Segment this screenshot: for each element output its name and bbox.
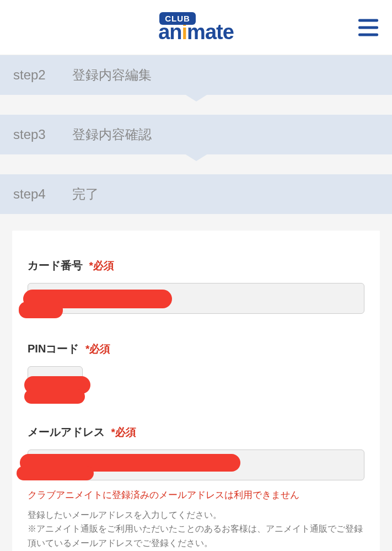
step-text: 登録内容編集 (72, 67, 152, 82)
card-number-group: カード番号 *必須 (28, 258, 364, 314)
logo[interactable]: CLUB animate (158, 12, 234, 42)
step-4: step4 完了 (0, 174, 392, 214)
input-wrap (28, 450, 364, 480)
step-arrow (0, 154, 392, 174)
email-help-text: 登録したいメールアドレスを入力してください。 ※アニメイト通販をご利用いただいた… (28, 508, 364, 550)
step-label: step3 (13, 127, 68, 142)
input-wrap (28, 283, 364, 314)
card-number-input[interactable] (28, 283, 364, 314)
header: CLUB animate (0, 0, 392, 55)
help-line: ※アニメイト通販をご利用いただいたことのあるお客様は、アニメイト通販でご登録頂い… (28, 524, 363, 548)
input-wrap (28, 366, 364, 397)
step-arrow (0, 95, 392, 115)
label-text: カード番号 (28, 259, 83, 271)
logo-club-badge: CLUB (159, 12, 196, 25)
step-3: step3 登録内容確認 (0, 115, 392, 154)
email-label: メールアドレス *必須 (28, 425, 364, 440)
required-mark: *必須 (89, 260, 114, 271)
card-number-label: カード番号 *必須 (28, 258, 364, 273)
required-mark: *必須 (111, 426, 136, 438)
required-mark: *必須 (85, 343, 110, 355)
step-text: 登録内容確認 (72, 127, 152, 142)
pin-code-group: PINコード *必須 (28, 341, 364, 397)
help-line: 登録したいメールアドレスを入力してください。 (28, 510, 222, 520)
menu-icon[interactable] (358, 19, 378, 36)
label-text: PINコード (28, 343, 79, 355)
email-group: メールアドレス *必須 クラブアニメイトに登録済みのメールアドレスは利用できませ… (28, 425, 364, 550)
email-error-text: クラブアニメイトに登録済みのメールアドレスは利用できません (28, 488, 364, 502)
step-indicator: step2 登録内容編集 step3 登録内容確認 step4 完了 (0, 55, 392, 214)
pin-code-input[interactable] (28, 366, 83, 397)
label-text: メールアドレス (28, 426, 105, 438)
email-input[interactable] (28, 450, 364, 480)
form-container: カード番号 *必須 PINコード *必須 メールアドレス *必須 ク (12, 231, 380, 551)
pin-code-label: PINコード *必須 (28, 341, 364, 356)
step-label: step4 (13, 186, 68, 202)
step-2: step2 登録内容編集 (0, 55, 392, 95)
step-label: step2 (13, 67, 68, 83)
step-text: 完了 (72, 186, 99, 201)
